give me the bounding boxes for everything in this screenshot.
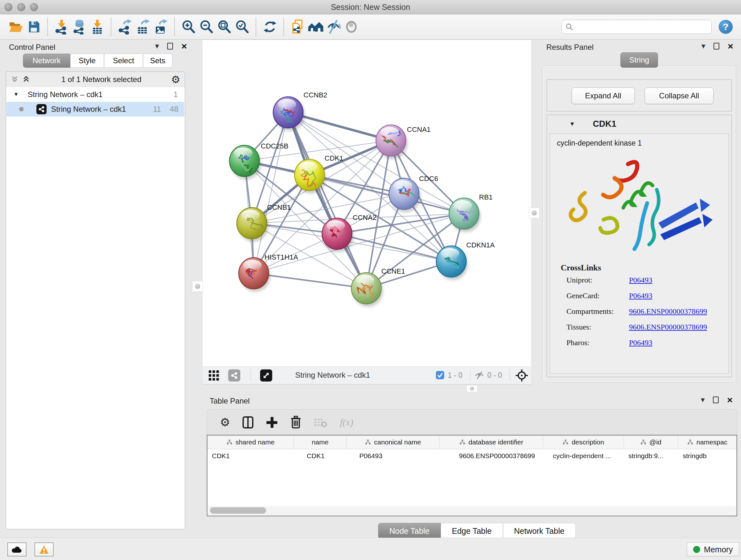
tab-node-table[interactable]: Node Table [378,523,441,539]
node-CDC6[interactable]: CDC6 [389,175,438,212]
delete-table-icon[interactable] [314,417,328,428]
node-CDK1[interactable]: CDK1 [294,154,343,193]
selected-checkbox-icon[interactable] [435,371,445,381]
network-share-icon[interactable] [228,369,240,381]
import-table-from-file-icon[interactable] [88,18,106,36]
node-CCNA1[interactable]: CCNA1 [376,125,431,159]
crosslink-link[interactable]: P06493 [629,338,729,347]
cloud-status-button[interactable] [7,543,26,557]
import-network-from-file-icon[interactable] [53,18,71,36]
search-input[interactable] [574,22,708,31]
tree-expander-icon[interactable]: ▼ [13,91,19,98]
function-builder-icon[interactable]: f(x) [340,417,353,428]
tab-network-table[interactable]: Network Table [503,523,576,539]
column-header[interactable]: description [543,435,623,449]
zoom-fit-icon[interactable] [215,18,233,36]
hide-selection-icon[interactable] [325,18,342,36]
export-table-icon[interactable] [134,18,152,36]
tab-style[interactable]: Style [70,54,104,68]
node-label: CDK1 [325,154,343,162]
node-CDC25B[interactable]: CDC25B [229,142,288,179]
apply-preferred-layout-icon[interactable] [261,18,279,36]
network-collection-row[interactable]: ▼ String Network – cdk1 1 [6,87,184,102]
scrollbar-thumb[interactable] [210,507,266,514]
network-options-gear-icon[interactable]: ⚙ [171,73,180,85]
import-network-from-database-icon[interactable] [71,18,88,36]
collection-count: 1 [174,90,178,99]
tab-network[interactable]: Network [23,54,70,68]
crosslink-link[interactable]: P06493 [629,292,729,300]
right-splitter-handle[interactable] [529,207,540,219]
show-all-icon[interactable] [342,18,360,36]
network-row-selected[interactable]: String Network – cdk1 11 48 [6,102,184,117]
column-header[interactable]: namespac [678,435,737,449]
network-graph[interactable]: CCNB2CCNA1CDC25BCDK1CDC6RB1CCNB1CCNA2CDK… [203,40,531,367]
delete-column-trash-icon[interactable] [290,416,301,429]
tab-select[interactable]: Select [104,54,143,68]
new-network-from-selection-icon[interactable] [289,18,307,36]
first-neighbors-icon[interactable] [307,18,325,36]
float-panel-icon[interactable] [713,396,719,403]
node-CDKN1A[interactable]: CDKN1A [436,241,495,280]
zoom-selected-icon[interactable] [233,18,251,36]
node-HIST1H1A[interactable]: HIST1H1A [239,253,298,292]
float-panel-icon[interactable] [167,43,173,50]
warning-status-button[interactable] [35,543,54,557]
memory-button[interactable]: Memory [687,543,739,557]
column-header[interactable]: @id [624,435,678,449]
node-label: CDC25B [261,142,288,150]
show-columns-icon[interactable] [242,416,254,429]
birdseye-crosshair-icon[interactable] [515,369,528,383]
tab-string[interactable]: String [620,52,658,68]
float-panel-icon[interactable] [714,43,719,50]
crosslink-link[interactable]: 9606.ENSP00000378699 [629,307,729,316]
expand-all-icon[interactable] [22,75,31,84]
edge[interactable] [254,112,288,273]
node-label: CCNB2 [304,91,327,99]
toolbar-separator [256,17,257,36]
horizontal-scrollbar[interactable] [208,506,736,515]
help-icon[interactable]: ? [719,20,733,34]
detach-view-icon[interactable] [260,369,272,381]
column-header[interactable]: canonical name [347,435,440,449]
close-panel-icon[interactable]: × [727,397,733,403]
open-session-icon[interactable] [7,18,25,36]
collapse-panel-icon[interactable]: ▼ [701,397,704,403]
column-header[interactable]: name [294,435,347,449]
zoom-in-icon[interactable] [180,18,198,36]
node-CCNA2[interactable]: CCNA2 [322,213,377,252]
hidden-eye-icon[interactable] [475,371,484,381]
zoom-out-icon[interactable] [198,18,215,36]
edge[interactable] [288,112,366,288]
create-column-icon[interactable] [266,416,278,428]
save-session-icon[interactable] [25,18,43,36]
collapse-all-icon[interactable] [10,75,20,84]
collapse-all-button[interactable]: Collapse All [645,87,714,104]
close-panel-icon[interactable]: × [181,43,187,50]
column-header[interactable]: shared name [207,435,294,449]
node-CCNB2[interactable]: CCNB2 [273,91,327,131]
grid-view-icon[interactable] [208,370,219,382]
collapse-panel-icon[interactable]: ▼ [701,43,705,49]
export-network-icon[interactable] [116,18,134,36]
entry-header[interactable]: ▼ CDK1 [547,115,731,133]
tab-sets[interactable]: Sets [143,54,172,68]
table-row[interactable]: CDK1 CDK1 P06493 9606.ENSP00000378699 cy… [207,449,737,462]
export-image-icon[interactable] [152,18,170,36]
edge[interactable] [254,273,366,288]
entry-expander-icon[interactable]: ▼ [569,121,575,127]
node-RB1[interactable]: RB1 [449,193,493,232]
network-canvas[interactable]: CCNB2CCNA1CDC25BCDK1CDC6RB1CCNB1CCNA2CDK… [203,40,531,367]
column-header[interactable]: database identifier [440,435,543,449]
close-panel-icon[interactable]: × [728,43,733,50]
crosslink-link[interactable]: P06493 [629,276,729,285]
table-options-gear-icon[interactable]: ⚙ [220,416,230,429]
horizontal-splitter-handle[interactable] [467,385,477,392]
node-table[interactable]: shared name name canonical name database… [207,435,737,516]
left-splitter-handle[interactable] [192,281,203,292]
node-entry-panel: ▼ CDK1 cyclin-dependent kinase 1 [547,115,732,377]
tab-edge-table[interactable]: Edge Table [441,523,503,539]
expand-all-button[interactable]: Expand All [571,87,635,104]
collapse-panel-icon[interactable]: ▼ [155,43,159,49]
crosslink-link[interactable]: 9606.ENSP00000378699 [629,323,729,331]
